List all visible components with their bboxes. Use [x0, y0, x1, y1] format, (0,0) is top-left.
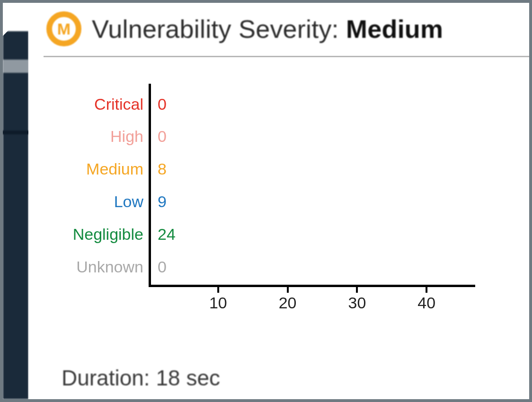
severity-badge-icon: M [46, 11, 81, 46]
panel-title-prefix: Vulnerability Severity: [92, 15, 339, 43]
bar-row-high: High0 [151, 124, 167, 149]
x-tick: 20 [279, 287, 297, 312]
bar-row-medium: Medium8 [151, 157, 167, 182]
category-label: Critical [94, 95, 143, 114]
bar-row-low: Low9 [151, 189, 167, 214]
duration-label: Duration: [62, 366, 150, 390]
category-label: High [110, 127, 143, 146]
category-label: Medium [86, 160, 143, 178]
header-divider [44, 56, 529, 57]
bar-row-critical: Critical0 [151, 91, 167, 117]
sidebar-strip [3, 31, 28, 399]
bar-value: 24 [158, 225, 176, 244]
bar-value: 9 [158, 192, 167, 211]
x-tick: 40 [417, 287, 435, 312]
panel-header: M Vulnerability Severity: Medium [40, 9, 518, 56]
category-label: Negligible [73, 225, 143, 244]
duration-value: 18 sec [156, 366, 220, 390]
x-tick: 30 [348, 287, 366, 312]
duration-footer: Duration: 18 sec [62, 365, 220, 391]
bar-value: 8 [158, 160, 167, 178]
panel-title: Vulnerability Severity: Medium [92, 14, 443, 44]
severity-bar-chart: Critical0High0Medium8Low9Negligible24Unk… [59, 84, 489, 325]
chart-plot-area: Critical0High0Medium8Low9Negligible24Unk… [149, 84, 475, 287]
panel-frame: M Vulnerability Severity: Medium Critica… [0, 0, 532, 402]
bar-value: 0 [158, 258, 167, 276]
x-tick: 10 [209, 287, 227, 312]
bar-value: 0 [158, 127, 167, 146]
panel-title-severity: Medium [346, 15, 443, 43]
severity-badge-letter: M [57, 21, 71, 37]
category-label: Unknown [76, 258, 143, 276]
bar-value: 0 [158, 95, 167, 114]
vulnerability-panel: M Vulnerability Severity: Medium Critica… [28, 3, 529, 399]
category-label: Low [114, 192, 143, 211]
bar-row-unknown: Unknown0 [151, 254, 167, 280]
chart-x-axis: 10203040 [149, 287, 475, 315]
bar-row-negligible: Negligible24 [151, 221, 176, 247]
